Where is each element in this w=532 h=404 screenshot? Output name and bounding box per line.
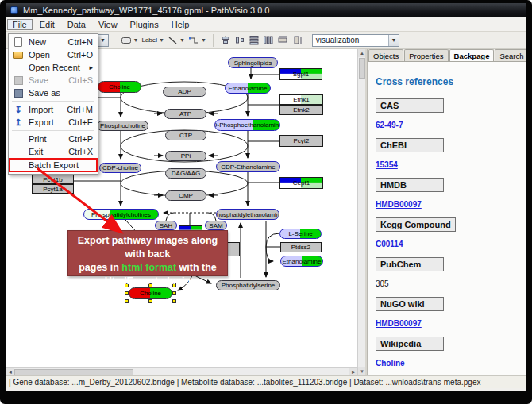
xref-section-pubchem: PubChem 305 [376, 257, 526, 290]
xref-link[interactable]: 62-49-7 [376, 121, 403, 129]
common-width-button[interactable] [276, 33, 290, 48]
title-bar[interactable]: Mm_Kennedy_pathway_WP1771_45176.gpml - P… [6, 3, 526, 17]
selection-handle[interactable] [125, 299, 129, 303]
gene-node-pcyt1a[interactable]: Pcyt1a [32, 184, 74, 194]
xref-section-kegg: Kegg Compound C00114 [376, 217, 526, 250]
align-middle-button[interactable] [233, 33, 247, 48]
node-ctp[interactable]: CTP [165, 130, 206, 140]
menu-item-print[interactable]: Print Ctrl+P [9, 133, 98, 145]
tab-backpage[interactable]: Backpage [449, 49, 495, 61]
menu-item-import[interactable]: ↧ Import Ctrl+M [9, 103, 98, 116]
node-choline-top[interactable]: Choline [98, 81, 141, 93]
node-phosphocholine[interactable]: Phosphocholine [97, 121, 148, 131]
status-text: | Gene database: ...m_Derby_20120602.bri… [9, 378, 480, 387]
xref-value: 305 [376, 279, 389, 288]
tab-objects[interactable]: Objects [368, 49, 403, 61]
add-connector-button[interactable]: ▼ [187, 33, 208, 48]
menu-item-open[interactable]: Open Ctrl+O [9, 48, 98, 61]
xref-source-name: NuGO wiki [376, 297, 444, 311]
menu-item-batch-export[interactable]: Batch Export [9, 158, 98, 172]
highlighted-text: html format [121, 262, 176, 273]
align-center-button[interactable] [218, 33, 233, 48]
side-panel-tabs: Objects Properties Backpage Search Legen… [368, 49, 526, 62]
menu-file[interactable]: File [7, 19, 33, 30]
node-l-serine[interactable]: L-Serine [279, 229, 322, 239]
window-title: Mm_Kennedy_pathway_WP1771_45176.gpml - P… [23, 6, 269, 15]
menu-plugins[interactable]: Plugins [125, 19, 164, 30]
gene-node-cept1[interactable]: Cept1 [279, 177, 323, 189]
node-sphingolipids[interactable]: Sphingolipids [228, 57, 278, 68]
xref-link[interactable]: HMDB00097 [376, 200, 422, 209]
tab-search[interactable]: Search [495, 49, 526, 61]
menu-item-new[interactable]: New Ctrl+N [9, 36, 98, 48]
label-button-text: Label [141, 37, 157, 44]
add-line-button[interactable]: ▼ [166, 33, 187, 48]
node-adp[interactable]: ADP [163, 87, 206, 97]
xref-section-chebi: ChEBI 15354 [376, 138, 526, 171]
node-choline-selected[interactable]: Choline [129, 287, 172, 299]
menu-item-save-as[interactable]: Save as [9, 87, 98, 99]
node-ppi[interactable]: PPi [165, 151, 206, 161]
menu-view[interactable]: View [93, 19, 123, 30]
canvas-vertical-scrollbar[interactable]: ▲ ▼ [357, 49, 365, 375]
menu-help[interactable]: Help [166, 19, 195, 30]
node-phosphatidylcholines[interactable]: Phosphatidylcholines [83, 209, 159, 220]
node-cmp[interactable]: CMP [165, 190, 206, 201]
add-datanode-button[interactable]: ▼ [119, 33, 141, 48]
menu-item-open-recent[interactable]: Open Recent [9, 61, 98, 74]
node-sah[interactable]: SAH [155, 221, 177, 230]
menu-item-export[interactable]: ↥ Export Ctrl+E [9, 116, 98, 129]
xref-section-nugo: NuGO wiki HMDB00097 [376, 297, 526, 329]
node-cdp-ethanolamine[interactable]: CDP-Ethanolamine [216, 161, 280, 172]
menu-data[interactable]: Data [62, 19, 91, 30]
selection-handle[interactable] [148, 299, 152, 303]
tab-properties[interactable]: Properties [404, 49, 448, 61]
xref-link[interactable]: HMDB00097 [376, 319, 422, 328]
visualization-combobox[interactable]: visualization ▼ [312, 34, 399, 47]
xref-link[interactable]: Choline [376, 359, 405, 367]
node-phosphatidylserine[interactable]: Phosphatidylserine [216, 280, 280, 290]
scrollbar-thumb[interactable] [359, 58, 365, 79]
distribute-horizontal-icon [249, 35, 260, 45]
common-width-icon [277, 35, 288, 45]
scrollbar-thumb[interactable] [14, 369, 133, 375]
node-ethanolamine-bottom[interactable]: Ethanolamine [280, 256, 323, 267]
node-atp[interactable]: ATP [164, 109, 206, 119]
zoom-dropdown-icon[interactable]: ▼ [98, 35, 108, 46]
save-icon [12, 75, 25, 85]
export-icon: ↥ [12, 117, 25, 127]
distribute-horizontal-button[interactable] [247, 33, 261, 48]
xref-source-name: ChEBI [376, 138, 444, 152]
node-cdp-choline[interactable]: CDP-choline [99, 163, 141, 173]
visualization-dropdown-icon[interactable]: ▼ [388, 35, 399, 46]
chevron-down-icon: ▼ [179, 37, 185, 43]
canvas-horizontal-scrollbar[interactable]: ◄ ► [6, 367, 357, 375]
xref-source-name: CAS [376, 98, 444, 113]
gene-node-pcyt1b[interactable]: Pcyt1b [32, 175, 74, 184]
gene-node-sgpl1[interactable]: Sgpl1 [279, 68, 322, 80]
common-height-button[interactable] [290, 33, 304, 48]
xref-link[interactable]: 15354 [376, 160, 398, 169]
gene-node-ptdss2[interactable]: Ptdss2 [280, 242, 322, 252]
gene-node-pcyt2[interactable]: Pcyt2 [279, 135, 323, 147]
menu-item-save[interactable]: Save Ctrl+S [9, 74, 98, 87]
connector-icon [188, 36, 199, 45]
common-height-icon [291, 35, 303, 45]
add-label-button[interactable]: Label ▼ [140, 33, 166, 48]
node-ethanolamine-top[interactable]: Ethanolamine [225, 83, 271, 94]
selection-handle[interactable] [172, 299, 176, 303]
gene-node-etnk2[interactable]: Etnk2 [279, 105, 323, 115]
xref-section-hmdb: HMDB HMDB00097 [376, 178, 526, 210]
node-sam[interactable]: SAM [205, 221, 227, 230]
node-dag-aag[interactable]: DAG/AAG [165, 168, 206, 179]
selection-handle[interactable] [125, 291, 129, 295]
selection-handle[interactable] [172, 291, 176, 295]
distribute-vertical-button[interactable] [261, 33, 276, 48]
menu-item-exit[interactable]: Exit Ctrl+X [9, 145, 98, 158]
xref-link[interactable]: C00114 [376, 240, 403, 248]
app-icon [10, 6, 18, 14]
menu-edit[interactable]: Edit [34, 19, 60, 30]
node-o-phosphoethanolamine[interactable]: O-Phosphoethanolamine [214, 119, 280, 131]
gene-node-etnk1[interactable]: Etnk1 [279, 94, 323, 105]
node-phosphatidylethanolamine[interactable]: Phosphatidylethanolamine [216, 209, 279, 220]
